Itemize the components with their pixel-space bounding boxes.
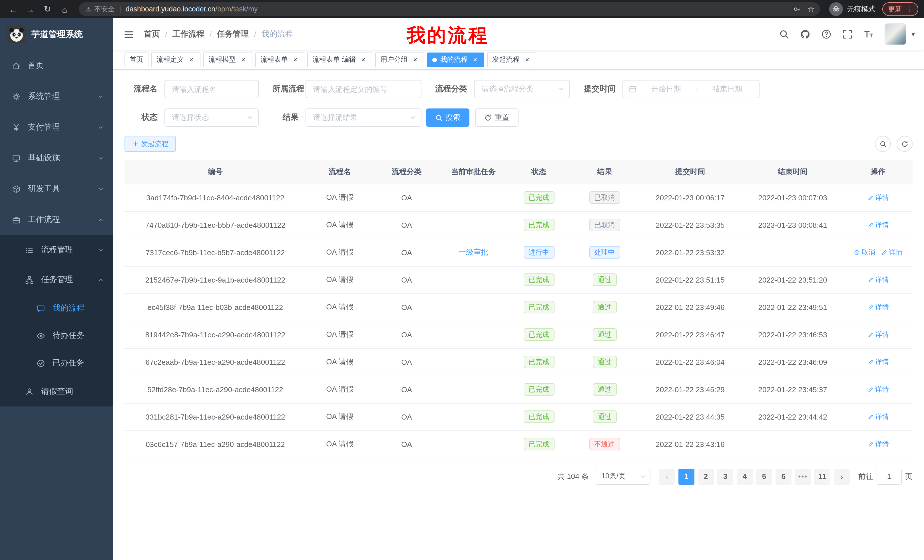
detail-button[interactable]: 详情 bbox=[867, 439, 889, 449]
action-label: 详情 bbox=[875, 439, 889, 449]
table-row: 03c6c157-7b9a-11ec-a290-acde48001122OA 请… bbox=[124, 430, 913, 458]
close-icon[interactable]: × bbox=[523, 55, 531, 64]
page-size-select[interactable]: 10条/页 bbox=[596, 469, 651, 484]
forward-icon[interactable]: → bbox=[23, 2, 38, 16]
status-badge: 已完成 bbox=[524, 328, 554, 341]
cell-submit-time: 2022-01-22 23:45:29 bbox=[639, 376, 742, 403]
process-name-label: 流程名 bbox=[124, 84, 165, 94]
detail-button[interactable]: 详情 bbox=[867, 329, 889, 339]
process-name-input[interactable] bbox=[165, 80, 259, 98]
hamburger-icon[interactable] bbox=[123, 29, 134, 40]
detail-button[interactable]: 详情 bbox=[867, 302, 889, 312]
bookmark-star-icon[interactable]: ☆ bbox=[804, 2, 818, 16]
close-icon[interactable]: × bbox=[359, 55, 367, 64]
sidebar-item-leave-query[interactable]: 请假查询 bbox=[0, 377, 113, 406]
tab-process-form[interactable]: 流程表单× bbox=[255, 52, 304, 67]
sidebar-item-label: 系统管理 bbox=[28, 91, 98, 102]
github-icon[interactable] bbox=[800, 29, 810, 39]
security-warning-icon[interactable]: ⚠ bbox=[86, 5, 92, 13]
tab-user-group[interactable]: 用户分组× bbox=[375, 52, 424, 67]
avatar[interactable] bbox=[885, 23, 906, 45]
next-page-button[interactable]: › bbox=[834, 469, 850, 484]
result-select[interactable]: 请选择流结果 bbox=[306, 108, 422, 127]
current-task-link[interactable]: 一级审批 bbox=[459, 247, 488, 258]
detail-button[interactable]: 详情 bbox=[867, 385, 889, 394]
toggle-search-button[interactable] bbox=[875, 136, 891, 152]
process-definition-input[interactable] bbox=[306, 80, 422, 98]
tab-process-model[interactable]: 流程模型× bbox=[203, 52, 252, 67]
detail-button[interactable]: 详情 bbox=[867, 193, 889, 202]
tab-start-process[interactable]: 发起流程× bbox=[487, 52, 536, 67]
fullscreen-icon[interactable] bbox=[842, 29, 853, 39]
search-button[interactable]: 搜索 bbox=[426, 108, 470, 127]
cancel-button[interactable]: 取消 bbox=[854, 247, 875, 257]
sidebar-item-payment[interactable]: 支付管理 bbox=[0, 112, 113, 143]
tab-home[interactable]: 首页 bbox=[124, 52, 148, 67]
sidebar-item-workflow[interactable]: 工作流程 bbox=[0, 204, 113, 235]
header-search-icon[interactable] bbox=[779, 29, 789, 39]
cell-actions: 详情 bbox=[843, 348, 913, 376]
browser-home-icon[interactable]: ⌂ bbox=[57, 2, 72, 16]
pagination-more[interactable]: ••• bbox=[795, 469, 811, 484]
back-icon[interactable]: ← bbox=[6, 2, 21, 16]
sidebar-item-label: 待办任务 bbox=[52, 331, 105, 341]
sidebar-item-process-mgmt[interactable]: 流程管理 bbox=[0, 235, 113, 265]
start-process-button[interactable]: 发起流程 bbox=[124, 136, 176, 152]
detail-button[interactable]: 详情 bbox=[867, 220, 889, 230]
logo[interactable]: 芋道管理系统 bbox=[0, 18, 113, 50]
font-size-icon[interactable] bbox=[864, 29, 874, 39]
detail-button[interactable]: 详情 bbox=[881, 247, 903, 257]
sidebar-item-devtools[interactable]: 研发工具 bbox=[0, 174, 113, 204]
key-icon[interactable] bbox=[790, 2, 804, 16]
category-placeholder: 请选择流程分类 bbox=[482, 84, 558, 94]
sidebar-item-infrastructure[interactable]: 基础设施 bbox=[0, 143, 113, 174]
edit-icon bbox=[867, 277, 873, 283]
close-icon[interactable]: × bbox=[471, 55, 479, 64]
submit-time-range-picker[interactable]: 开始日期 - 结束日期 bbox=[622, 80, 759, 98]
breadcrumb-separator: / bbox=[254, 30, 256, 39]
page-button-5[interactable]: 5 bbox=[756, 469, 772, 484]
table-refresh-button[interactable] bbox=[897, 136, 913, 152]
prev-page-button[interactable]: ‹ bbox=[659, 469, 675, 484]
close-icon[interactable]: × bbox=[411, 55, 419, 64]
table-row: 3ad174fb-7b9d-11ec-8404-acde48001122OA 请… bbox=[124, 184, 913, 211]
caret-down-icon[interactable]: ▾ bbox=[911, 30, 915, 38]
sidebar-item-done-task[interactable]: 已办任务 bbox=[0, 349, 113, 377]
close-icon[interactable]: × bbox=[239, 55, 247, 64]
sidebar-item-home[interactable]: 首页 bbox=[0, 50, 113, 81]
detail-button[interactable]: 详情 bbox=[867, 412, 889, 422]
action-label: 详情 bbox=[875, 385, 889, 394]
detail-button[interactable]: 详情 bbox=[867, 275, 889, 284]
sidebar-item-system[interactable]: 系统管理 bbox=[0, 81, 113, 112]
tab-process-definition[interactable]: 流程定义× bbox=[152, 52, 201, 67]
reset-button[interactable]: 重置 bbox=[475, 108, 519, 127]
close-icon[interactable]: × bbox=[291, 55, 299, 64]
page-button-4[interactable]: 4 bbox=[736, 469, 753, 484]
goto-page-input[interactable] bbox=[877, 469, 902, 484]
cell-id: 03c6c157-7b9a-11ec-a290-acde48001122 bbox=[124, 430, 306, 458]
browser-update-menu-button[interactable]: 更新 ⋮ bbox=[882, 2, 918, 16]
tab-label: 流程模型 bbox=[208, 55, 236, 64]
page-button-11[interactable]: 11 bbox=[814, 469, 830, 484]
sidebar-item-my-process[interactable]: 我的流程 bbox=[0, 295, 113, 322]
tab-process-form-edit[interactable]: 流程表单-编辑× bbox=[307, 52, 372, 67]
detail-button[interactable]: 详情 bbox=[867, 357, 889, 367]
close-icon[interactable]: × bbox=[188, 55, 195, 64]
tab-label: 首页 bbox=[130, 55, 143, 64]
status-select[interactable]: 请选择状态 bbox=[165, 108, 259, 127]
reload-icon[interactable]: ↻ bbox=[40, 2, 55, 16]
page-button-1[interactable]: 1 bbox=[678, 469, 694, 484]
help-icon[interactable] bbox=[821, 29, 831, 39]
breadcrumb-item[interactable]: 工作流程 bbox=[172, 29, 204, 39]
category-select[interactable]: 请选择流程分类 bbox=[474, 80, 570, 98]
page-button-6[interactable]: 6 bbox=[776, 469, 792, 484]
sidebar-item-task-mgmt[interactable]: 任务管理 bbox=[0, 265, 113, 295]
page-button-3[interactable]: 3 bbox=[717, 469, 733, 484]
breadcrumb-item[interactable]: 首页 bbox=[144, 29, 160, 39]
address-bar[interactable]: ⚠ 不安全 dashboard.yudao.iocoder.cn/bpm/tas… bbox=[79, 2, 820, 16]
tab-my-process[interactable]: 我的流程× bbox=[427, 52, 484, 67]
sidebar-item-todo-task[interactable]: 待办任务 bbox=[0, 322, 113, 349]
breadcrumb-item[interactable]: 任务管理 bbox=[217, 29, 249, 39]
page-button-2[interactable]: 2 bbox=[698, 469, 714, 484]
sidebar-submenu-task-mgmt: 我的流程待办任务已办任务 bbox=[0, 295, 113, 377]
